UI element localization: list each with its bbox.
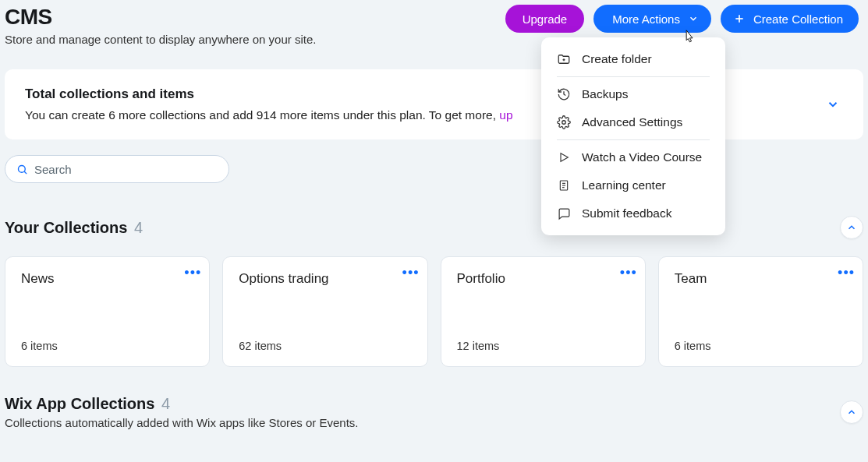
collection-items: 6 items [675,340,847,352]
document-icon [557,178,571,192]
menu-item-label: Watch a Video Course [582,150,702,164]
wix-collections-title: Wix App Collections [5,395,154,412]
upgrade-link[interactable]: up [499,108,512,122]
chat-icon [557,206,571,220]
menu-item-label: Learning center [582,178,666,192]
collection-card[interactable]: News 6 items ••• [5,256,210,367]
menu-item-video-course[interactable]: Watch a Video Course [541,143,725,171]
svg-marker-7 [561,153,568,162]
menu-item-advanced-settings[interactable]: Advanced Settings [541,108,725,136]
upgrade-button[interactable]: Upgrade [505,5,585,33]
history-icon [557,87,571,101]
folder-plus-icon [557,52,571,66]
page-subtitle: Store and manage content to display anyw… [5,33,316,46]
card-more-icon[interactable]: ••• [184,265,201,281]
collection-card[interactable]: Options trading 62 items ••• [222,256,427,367]
collection-name: Options trading [239,271,411,287]
play-icon [557,150,571,164]
collection-card[interactable]: Portfolio 12 items ••• [441,256,646,367]
your-collections-collapse-button[interactable] [840,216,863,239]
chevron-down-icon [688,13,699,24]
banner-expand-chevron[interactable] [826,97,843,111]
card-more-icon[interactable]: ••• [620,265,637,281]
collection-name: News [21,271,193,287]
menu-divider [557,76,710,77]
upgrade-button-label: Upgrade [523,12,568,26]
chevron-up-icon [846,222,857,233]
usage-banner: Total collections and items You can crea… [5,69,863,139]
collection-items: 6 items [21,340,193,352]
wix-collections-collapse-button[interactable] [840,400,863,424]
menu-item-label: Create folder [582,52,652,66]
card-more-icon[interactable]: ••• [838,265,855,281]
create-collection-button[interactable]: Create Collection [721,5,859,33]
menu-item-label: Submit feedback [582,206,671,220]
menu-item-label: Advanced Settings [582,115,682,129]
page-header: CMS Store and manage content to display … [5,0,863,46]
create-collection-label: Create Collection [753,12,843,26]
your-collections-count: 4 [134,219,143,236]
page-title: CMS [5,5,316,30]
menu-item-learning-center[interactable]: Learning center [541,171,725,199]
more-actions-dropdown: Create folder Backups Advanced Settings … [541,37,725,235]
search-box[interactable] [5,155,229,183]
collection-card[interactable]: Team 6 items ••• [658,256,863,367]
menu-item-create-folder[interactable]: Create folder [541,45,725,73]
wix-collections-count: 4 [161,395,170,412]
menu-divider [557,139,710,140]
menu-item-label: Backups [582,87,628,101]
chevron-up-icon [846,407,857,418]
card-more-icon[interactable]: ••• [402,265,420,281]
your-collections-title: Your Collections [5,219,127,236]
collection-name: Team [675,271,847,287]
gear-icon [557,115,571,129]
wix-collections-subtitle: Collections automatically added with Wix… [5,416,359,429]
svg-point-2 [19,165,26,172]
svg-line-3 [24,171,27,174]
collection-items: 62 items [239,340,411,352]
search-input[interactable] [34,163,218,176]
your-collections-grid: News 6 items ••• Options trading 62 item… [5,256,863,367]
more-actions-label: More Actions [612,12,680,26]
menu-item-backups[interactable]: Backups [541,80,725,108]
search-icon [16,164,28,175]
mouse-cursor-icon [682,28,696,42]
menu-item-submit-feedback[interactable]: Submit feedback [541,199,725,227]
collection-name: Portfolio [457,271,629,287]
plus-icon [733,12,746,25]
collection-items: 12 items [457,340,629,352]
svg-point-6 [562,121,566,125]
